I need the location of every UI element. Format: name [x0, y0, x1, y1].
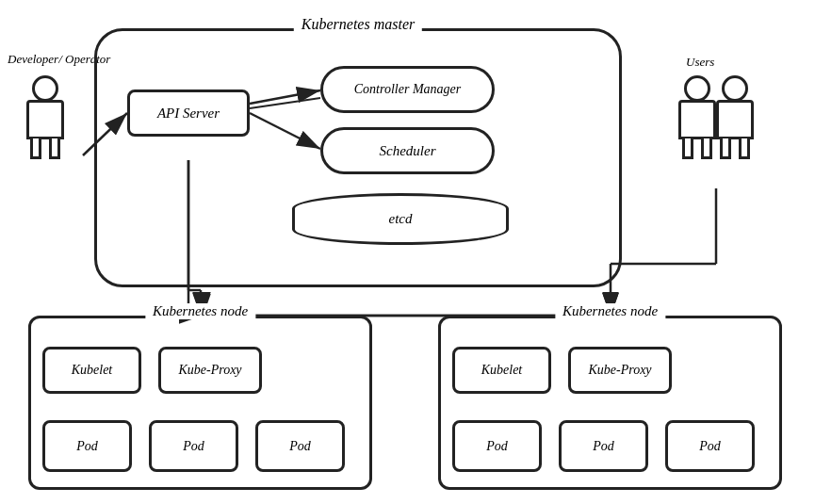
controller-manager-box: Controller Manager: [320, 66, 495, 113]
users-label: Users: [686, 55, 714, 70]
user2-leg-right: [739, 138, 750, 159]
developer-leg-right: [49, 138, 60, 159]
pod-right-1: Pod: [452, 420, 542, 472]
user-person-1: [678, 75, 716, 159]
kube-proxy-right: Kube-Proxy: [568, 347, 672, 394]
controller-manager-label: Controller Manager: [354, 82, 461, 97]
developer-legs: [30, 138, 60, 159]
kubernetes-node-left: Kubernetes node Kubelet Kube-Proxy Pod P…: [28, 316, 372, 490]
kubernetes-node-right-label: Kubernetes node: [555, 303, 665, 319]
developer-body: [26, 100, 64, 139]
developer-head: [32, 75, 58, 102]
user1-body: [678, 100, 716, 139]
kubernetes-master-label: Kubernetes master: [294, 16, 422, 33]
kubernetes-node-right: Kubernetes node Kubelet Kube-Proxy Pod P…: [438, 316, 782, 490]
user1-legs: [682, 138, 712, 159]
etcd-box: etcd: [292, 193, 509, 245]
developer-leg-left: [30, 138, 41, 159]
developer-person: [26, 75, 64, 159]
kubelet-right: Kubelet: [452, 347, 551, 394]
user2-leg-left: [720, 138, 731, 159]
kubelet-left: Kubelet: [42, 347, 141, 394]
pod-right-2: Pod: [559, 420, 648, 472]
user2-body: [716, 100, 754, 139]
pod-right-3: Pod: [665, 420, 755, 472]
kubernetes-node-left-label: Kubernetes node: [145, 303, 255, 319]
api-server-box: API Server: [127, 89, 250, 137]
user2-head: [722, 75, 748, 102]
scheduler-label: Scheduler: [380, 143, 436, 159]
user1-leg-left: [682, 138, 693, 159]
architecture-diagram: Developer/ Operator Users Kubernetes mas…: [0, 0, 815, 504]
user1-head: [684, 75, 710, 102]
pod-left-2: Pod: [149, 420, 238, 472]
pod-left-3: Pod: [255, 420, 345, 472]
api-server-label: API Server: [157, 106, 220, 122]
user1-leg-right: [701, 138, 712, 159]
user2-legs: [720, 138, 750, 159]
scheduler-box: Scheduler: [320, 127, 495, 174]
pod-left-1: Pod: [42, 420, 132, 472]
etcd-label: etcd: [389, 211, 413, 227]
kube-proxy-left: Kube-Proxy: [158, 347, 262, 394]
user-person-2: [716, 75, 754, 159]
